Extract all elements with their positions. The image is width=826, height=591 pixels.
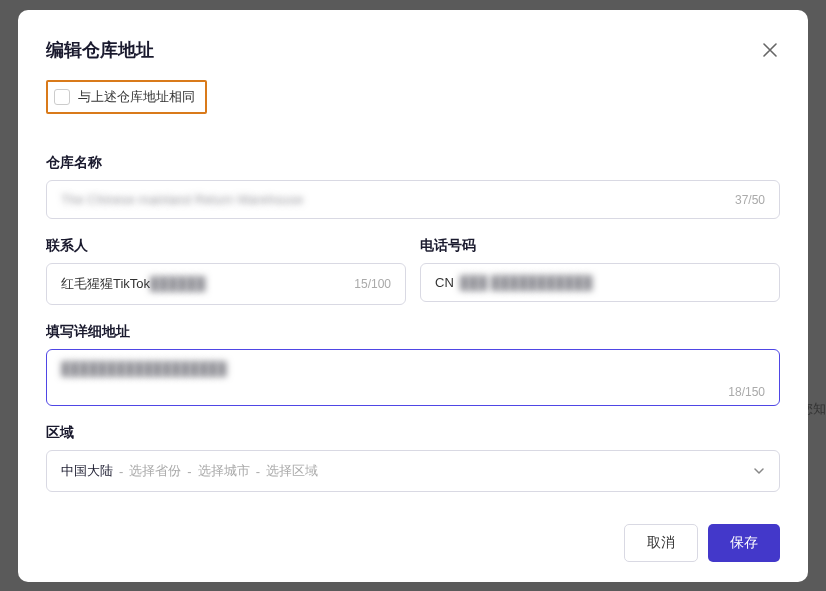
- phone-input[interactable]: ███ ███████████: [460, 275, 765, 290]
- region-sep: -: [119, 464, 123, 479]
- region-country: 中国大陆: [61, 462, 113, 480]
- phone-input-wrap[interactable]: CN ███ ███████████: [420, 263, 780, 302]
- contact-label: 联系人: [46, 237, 406, 255]
- contact-field: 联系人 红毛猩猩TikTok██████ 15/100: [46, 237, 406, 305]
- address-input[interactable]: ██████████████████: [61, 361, 765, 379]
- modal-footer: 取消 保存: [46, 512, 780, 562]
- warehouse-name-input-wrap[interactable]: The Chinese mainland Return Warehouse 37…: [46, 180, 780, 219]
- phone-prefix: CN: [435, 275, 454, 290]
- same-as-above-checkbox[interactable]: [54, 89, 70, 105]
- chevron-down-icon: [753, 465, 765, 477]
- contact-input-wrap[interactable]: 红毛猩猩TikTok██████ 15/100: [46, 263, 406, 305]
- address-count: 18/150: [61, 385, 765, 399]
- warehouse-name-input[interactable]: The Chinese mainland Return Warehouse: [61, 192, 727, 207]
- address-label: 填写详细地址: [46, 323, 780, 341]
- cancel-button[interactable]: 取消: [624, 524, 698, 562]
- phone-field: 电话号码 CN ███ ███████████: [420, 237, 780, 305]
- same-as-above-row[interactable]: 与上述仓库地址相同: [46, 80, 207, 114]
- region-select[interactable]: 中国大陆 - 选择省份 - 选择城市 - 选择区域: [46, 450, 780, 492]
- region-city-placeholder: 选择城市: [198, 462, 250, 480]
- close-button[interactable]: [760, 40, 780, 60]
- region-label: 区域: [46, 424, 780, 442]
- contact-input[interactable]: 红毛猩猩TikTok██████: [61, 275, 346, 293]
- modal-header: 编辑仓库地址: [46, 38, 780, 62]
- edit-warehouse-modal: 编辑仓库地址 与上述仓库地址相同 仓库名称 The Chinese mainla…: [18, 10, 808, 582]
- warehouse-name-field: 仓库名称 The Chinese mainland Return Warehou…: [46, 154, 780, 219]
- warehouse-name-count: 37/50: [735, 193, 765, 207]
- address-input-wrap[interactable]: ██████████████████ 18/150: [46, 349, 780, 406]
- close-icon: [763, 43, 777, 57]
- region-sep: -: [187, 464, 191, 479]
- save-button[interactable]: 保存: [708, 524, 780, 562]
- address-field: 填写详细地址 ██████████████████ 18/150: [46, 323, 780, 406]
- region-field: 区域 中国大陆 - 选择省份 - 选择城市 - 选择区域: [46, 424, 780, 492]
- same-as-above-label: 与上述仓库地址相同: [78, 88, 195, 106]
- region-sep: -: [256, 464, 260, 479]
- warehouse-name-label: 仓库名称: [46, 154, 780, 172]
- phone-label: 电话号码: [420, 237, 780, 255]
- modal-title: 编辑仓库地址: [46, 38, 154, 62]
- region-district-placeholder: 选择区域: [266, 462, 318, 480]
- region-province-placeholder: 选择省份: [129, 462, 181, 480]
- modal-body: 与上述仓库地址相同 仓库名称 The Chinese mainland Retu…: [46, 80, 780, 512]
- contact-count: 15/100: [354, 277, 391, 291]
